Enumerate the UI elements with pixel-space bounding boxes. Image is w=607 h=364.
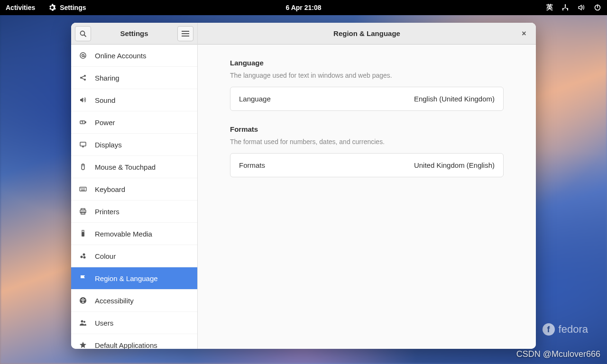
keyboard-icon bbox=[79, 185, 87, 193]
sidebar-item-colour[interactable]: Colour bbox=[71, 245, 197, 267]
svg-point-8 bbox=[80, 53, 86, 58]
current-app-label: Settings bbox=[60, 4, 86, 11]
svg-point-30 bbox=[83, 256, 86, 259]
sidebar-item-displays[interactable]: Displays bbox=[71, 134, 197, 156]
language-description: The language used for text in windows an… bbox=[230, 72, 504, 79]
network-icon[interactable] bbox=[561, 4, 569, 11]
sidebar-item-label: Mouse & Touchpad bbox=[95, 163, 156, 171]
watermark: CSDN @Mculover666 bbox=[516, 349, 600, 359]
ime-indicator[interactable]: 英 bbox=[546, 3, 553, 12]
sidebar-item-sound[interactable]: Sound bbox=[71, 89, 197, 111]
sidebar-item-label: Power bbox=[95, 118, 115, 127]
svg-rect-14 bbox=[85, 122, 86, 123]
svg-rect-15 bbox=[80, 142, 86, 146]
sidebar-item-keyboard[interactable]: Keyboard bbox=[71, 178, 197, 200]
language-row-label: Language bbox=[239, 95, 271, 103]
svg-point-10 bbox=[80, 77, 82, 79]
language-row-value: English (United Kingdom) bbox=[414, 95, 495, 103]
power-icon[interactable] bbox=[594, 4, 601, 11]
formats-row[interactable]: Formats United Kingdom (English) bbox=[230, 153, 504, 177]
svg-point-11 bbox=[84, 75, 86, 77]
fedora-label: fedora bbox=[559, 323, 588, 336]
close-button[interactable]: × bbox=[518, 27, 530, 40]
content-header: Region & Language × bbox=[198, 23, 536, 45]
sidebar-item-label: Sound bbox=[95, 96, 115, 104]
sidebar-item-removable-media[interactable]: Removable Media bbox=[71, 223, 197, 245]
formats-row-value: United Kingdom (English) bbox=[414, 161, 495, 169]
svg-rect-5 bbox=[182, 31, 189, 32]
sidebar-item-mouse-touchpad[interactable]: Mouse & Touchpad bbox=[71, 156, 197, 178]
language-row[interactable]: Language English (United Kingdom) bbox=[230, 87, 504, 111]
sidebar-item-power[interactable]: Power bbox=[71, 111, 197, 134]
content-pane: Region & Language × Language The languag… bbox=[198, 23, 536, 349]
svg-point-28 bbox=[81, 256, 83, 258]
sidebar-item-region-language[interactable]: Region & Language bbox=[71, 267, 197, 290]
usb-icon bbox=[79, 229, 87, 238]
sidebar-item-label: Accessibility bbox=[95, 297, 134, 305]
svg-rect-18 bbox=[81, 188, 82, 189]
svg-rect-6 bbox=[182, 33, 189, 34]
sidebar-item-label: Keyboard bbox=[95, 185, 125, 193]
sidebar-item-label: Sharing bbox=[95, 74, 120, 82]
share-icon bbox=[79, 73, 87, 82]
accessibility-icon bbox=[79, 296, 87, 305]
settings-sidebar: Settings Online AccountsSharingSoundPowe… bbox=[71, 23, 198, 349]
search-button[interactable] bbox=[75, 26, 91, 41]
star-icon bbox=[79, 341, 87, 349]
sidebar-item-default-apps[interactable]: Default Applications bbox=[71, 334, 197, 349]
svg-rect-22 bbox=[81, 190, 85, 191]
activities-button[interactable]: Activities bbox=[6, 4, 35, 11]
top-bar: Activities Settings 6 Apr 21:08 英 bbox=[0, 0, 607, 15]
formats-heading: Formats bbox=[230, 125, 504, 133]
content-body: Language The language used for text in w… bbox=[198, 45, 536, 349]
flag-icon bbox=[79, 274, 87, 282]
svg-rect-17 bbox=[80, 187, 86, 191]
language-heading: Language bbox=[230, 59, 504, 67]
language-section: Language The language used for text in w… bbox=[230, 59, 504, 111]
sidebar-item-online-accounts[interactable]: Online Accounts bbox=[71, 45, 197, 67]
svg-point-33 bbox=[81, 320, 83, 323]
current-app-indicator[interactable]: Settings bbox=[48, 4, 86, 11]
sidebar-item-label: Users bbox=[95, 319, 113, 327]
svg-rect-1 bbox=[562, 8, 563, 10]
battery-icon bbox=[79, 118, 87, 127]
sidebar-header: Settings bbox=[71, 23, 197, 45]
sidebar-item-label: Removable Media bbox=[95, 230, 152, 238]
fedora-icon: f bbox=[543, 323, 555, 336]
mouse-icon bbox=[79, 163, 87, 171]
svg-point-34 bbox=[83, 321, 85, 323]
gear-icon bbox=[48, 4, 56, 11]
settings-window: Settings Online AccountsSharingSoundPowe… bbox=[71, 23, 536, 349]
formats-section: Formats The format used for numbers, dat… bbox=[230, 125, 504, 177]
fedora-logo: f fedora bbox=[543, 323, 588, 336]
sidebar-item-users[interactable]: Users bbox=[71, 312, 197, 334]
svg-rect-20 bbox=[83, 188, 84, 189]
display-icon bbox=[79, 140, 87, 149]
svg-rect-7 bbox=[182, 36, 189, 36]
svg-rect-27 bbox=[82, 232, 84, 237]
clock[interactable]: 6 Apr 21:08 bbox=[286, 4, 322, 11]
sidebar-item-label: Printers bbox=[95, 208, 120, 216]
sidebar-list[interactable]: Online AccountsSharingSoundPowerDisplays… bbox=[71, 45, 197, 349]
sidebar-title: Settings bbox=[95, 29, 174, 37]
at-icon bbox=[79, 51, 87, 60]
users-icon bbox=[79, 318, 87, 327]
svg-point-29 bbox=[83, 254, 85, 256]
volume-icon[interactable] bbox=[578, 4, 585, 11]
sidebar-item-sharing[interactable]: Sharing bbox=[71, 67, 197, 89]
palette-icon bbox=[79, 252, 87, 260]
svg-point-32 bbox=[83, 298, 84, 300]
speaker-icon bbox=[79, 96, 87, 104]
sidebar-item-label: Online Accounts bbox=[95, 52, 146, 60]
sidebar-item-label: Region & Language bbox=[95, 274, 158, 282]
sidebar-item-accessibility[interactable]: Accessibility bbox=[71, 290, 197, 312]
sidebar-item-label: Displays bbox=[95, 141, 122, 149]
hamburger-menu-button[interactable] bbox=[177, 26, 193, 41]
svg-rect-26 bbox=[82, 230, 84, 232]
sidebar-item-label: Default Applications bbox=[95, 341, 157, 349]
sidebar-item-label: Colour bbox=[95, 252, 116, 260]
printer-icon bbox=[79, 207, 87, 216]
sidebar-item-printers[interactable]: Printers bbox=[71, 200, 197, 223]
content-title: Region & Language bbox=[333, 29, 400, 37]
svg-point-12 bbox=[84, 79, 86, 81]
